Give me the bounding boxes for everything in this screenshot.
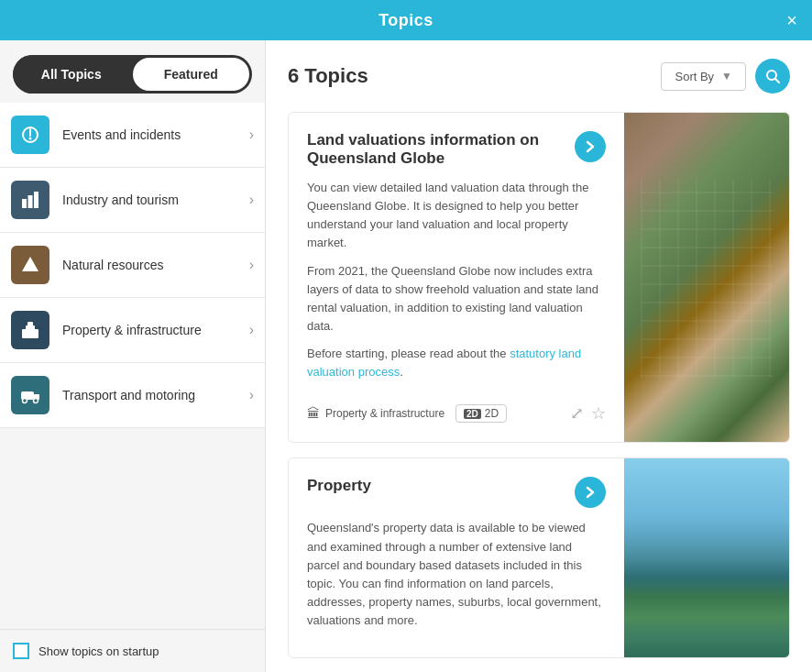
events-arrow: › xyxy=(249,127,254,143)
natural-icon xyxy=(11,246,49,284)
card-1-badge-label: 2D xyxy=(485,407,499,420)
modal-title: Topics xyxy=(379,11,433,30)
property-icon xyxy=(11,311,49,349)
header-right: Sort By ▼ xyxy=(661,59,790,94)
transport-icon xyxy=(11,376,49,414)
main-content: 6 Topics Sort By ▼ xyxy=(266,40,812,672)
events-label: Events and incidents xyxy=(62,127,249,142)
aerial-image-1 xyxy=(624,113,789,442)
card-1-desc-3-suffix: . xyxy=(400,365,403,379)
sidebar-item-property[interactable]: Property & infrastructure › xyxy=(0,298,265,363)
svg-line-15 xyxy=(775,79,779,83)
tab-featured[interactable]: Featured xyxy=(133,58,250,91)
card-1-title: Land valuations information on Queenslan… xyxy=(307,131,564,168)
modal-header: Topics × xyxy=(0,0,812,40)
category-building-icon: 🏛 xyxy=(307,406,320,421)
property-label: Property & infrastructure xyxy=(62,323,249,337)
svg-marker-6 xyxy=(22,257,38,271)
expand-icon[interactable]: ⤢ xyxy=(570,403,584,424)
card-1-actions: ⤢ ☆ xyxy=(570,403,606,424)
sort-by-label: Sort By xyxy=(675,70,714,83)
card-1-category-label: Property & infrastructure xyxy=(325,407,444,420)
card-1-desc-3: Before starting, please read about the s… xyxy=(307,345,606,381)
close-button[interactable]: × xyxy=(786,11,797,29)
natural-arrow: › xyxy=(249,257,254,273)
star-icon[interactable]: ☆ xyxy=(591,403,606,424)
aerial-image-2 xyxy=(624,458,789,657)
card-1-title-row: Land valuations information on Queenslan… xyxy=(307,131,606,168)
sort-by-button[interactable]: Sort By ▼ xyxy=(661,62,746,91)
card-2-desc-1: Queensland's property data is available … xyxy=(307,519,606,630)
topic-card-1: Land valuations information on Queenslan… xyxy=(288,112,790,443)
svg-point-12 xyxy=(23,399,27,403)
industry-label: Industry and tourism xyxy=(62,193,249,207)
svg-rect-9 xyxy=(27,322,33,326)
show-topics-checkbox[interactable] xyxy=(13,643,29,659)
sidebar-item-transport[interactable]: Transport and motoring › xyxy=(0,363,265,428)
card-1-image xyxy=(624,113,789,442)
sidebar-item-industry[interactable]: Industry and tourism › xyxy=(0,168,265,233)
sidebar: All Topics Featured Events and incidents… xyxy=(0,40,266,672)
card-1-footer: 🏛 Property & infrastructure 2D 2D ⤢ ☆ xyxy=(307,394,606,424)
card-2-go-button[interactable] xyxy=(575,477,606,508)
sidebar-item-events[interactable]: Events and incidents › xyxy=(0,103,265,168)
card-2-title: Property xyxy=(307,477,564,495)
sort-by-arrow-icon: ▼ xyxy=(721,70,732,83)
card-2-image xyxy=(624,458,789,657)
content-header: 6 Topics Sort By ▼ xyxy=(288,59,790,94)
industry-icon xyxy=(11,181,49,219)
card-1-go-button[interactable] xyxy=(575,131,606,162)
tab-switcher: All Topics Featured xyxy=(13,55,252,94)
sidebar-item-natural[interactable]: Natural resources › xyxy=(0,233,265,298)
card-1-badge: 2D 2D xyxy=(455,404,507,423)
card-1-category: 🏛 Property & infrastructure xyxy=(307,406,444,421)
sidebar-footer: Show topics on startup xyxy=(0,629,265,672)
svg-rect-4 xyxy=(28,195,33,208)
card-1-desc-1: You can view detailed land valuation dat… xyxy=(307,179,606,253)
card-2-content: Property Queensland's property data is a… xyxy=(289,458,624,657)
card-1-desc-3-prefix: Before starting, please read about the xyxy=(307,347,510,360)
show-topics-label: Show topics on startup xyxy=(38,644,159,658)
transport-label: Transport and motoring xyxy=(62,388,249,402)
svg-rect-3 xyxy=(22,199,27,208)
industry-arrow: › xyxy=(249,192,254,208)
svg-rect-5 xyxy=(34,192,38,208)
svg-point-13 xyxy=(34,399,38,403)
transport-arrow: › xyxy=(249,387,254,403)
card-2-title-row: Property xyxy=(307,477,606,508)
modal-container: Topics × All Topics Featured xyxy=(0,0,812,672)
sidebar-items-list: Events and incidents › Industry and tour… xyxy=(0,103,265,629)
card-1-desc-2: From 2021, the Queensland Globe now incl… xyxy=(307,262,606,336)
modal-body: All Topics Featured Events and incidents… xyxy=(0,40,812,672)
badge-num: 2D xyxy=(464,409,481,419)
svg-point-2 xyxy=(29,138,32,140)
topic-card-2: Property Queensland's property data is a… xyxy=(288,457,790,658)
property-arrow: › xyxy=(249,322,254,338)
events-icon xyxy=(11,116,49,154)
search-button[interactable] xyxy=(755,59,790,94)
card-1-content: Land valuations information on Queenslan… xyxy=(289,113,624,442)
natural-label: Natural resources xyxy=(62,258,249,272)
tab-all-topics[interactable]: All Topics xyxy=(13,55,130,94)
topics-count: 6 Topics xyxy=(288,64,368,88)
